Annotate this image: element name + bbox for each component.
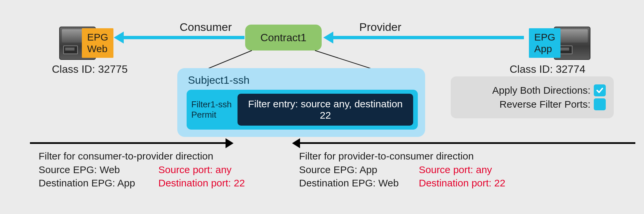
dir-p2c-title: Filter for provider-to-consumer directio… [299,150,552,163]
epg-app-class-id: Class ID: 32774 [510,63,585,75]
dir-p2c-dst-epg: Destination EPG: Web [299,176,419,190]
dir-c2p-dst-port: Destination port: 22 [158,176,245,190]
opt-reverse-ports-label: Reverse Filter Ports: [500,99,590,110]
epg-app-tag: EPG App [529,28,561,58]
opt-reverse-ports-row: Reverse Filter Ports: [459,98,606,110]
dir-p2c-src-port: Source port: any [419,163,492,177]
filter-entry: Filter entry: source any, destination 22 [238,94,413,126]
dir-c2p-block: Filter for consumer-to-provider directio… [39,150,271,190]
filter-box: Filter1-ssh Permit Filter entry: source … [187,90,418,130]
arrow-consumer-to-provider [30,142,226,144]
arrow-consumer [123,36,244,39]
opt-apply-both-row: Apply Both Directions: [459,84,606,96]
filter-name: Filter1-ssh [191,99,232,110]
filter-left: Filter1-ssh Permit [191,99,232,120]
dir-p2c-block: Filter for provider-to-consumer directio… [299,150,552,190]
opt-apply-both-label: Apply Both Directions: [492,85,590,96]
epg-web-label: EPG Web [87,32,108,54]
dir-c2p-src-epg: Source EPG: Web [39,163,158,177]
contract-node: Contract1 [245,25,322,51]
contract-label: Contract1 [260,32,307,44]
dir-c2p-src-port: Source port: any [158,163,232,177]
provider-label: Provider [359,21,402,34]
epg-web-class-id: Class ID: 32775 [52,63,128,75]
dir-c2p-dst-epg: Destination EPG: App [39,176,158,190]
consumer-label: Consumer [180,21,232,34]
dir-p2c-dst-port: Destination port: 22 [419,176,505,190]
subject-title: Subject1-ssh [187,74,418,86]
filter-action: Permit [191,110,232,120]
arrow-provider-to-consumer [299,142,635,144]
dir-p2c-src-epg: Source EPG: App [299,163,419,177]
dir-c2p-title: Filter for consumer-to-provider directio… [39,150,271,163]
subject-box: Subject1-ssh Filter1-ssh Permit Filter e… [177,68,425,137]
epg-web-tag: EPG Web [82,28,113,58]
checkbox-reverse-ports[interactable] [594,98,606,110]
arrow-provider [333,36,524,39]
checkbox-apply-both[interactable] [594,84,606,96]
check-icon [596,86,604,94]
epg-app-label: EPG App [534,32,555,54]
options-panel: Apply Both Directions: Reverse Filter Po… [451,76,614,118]
